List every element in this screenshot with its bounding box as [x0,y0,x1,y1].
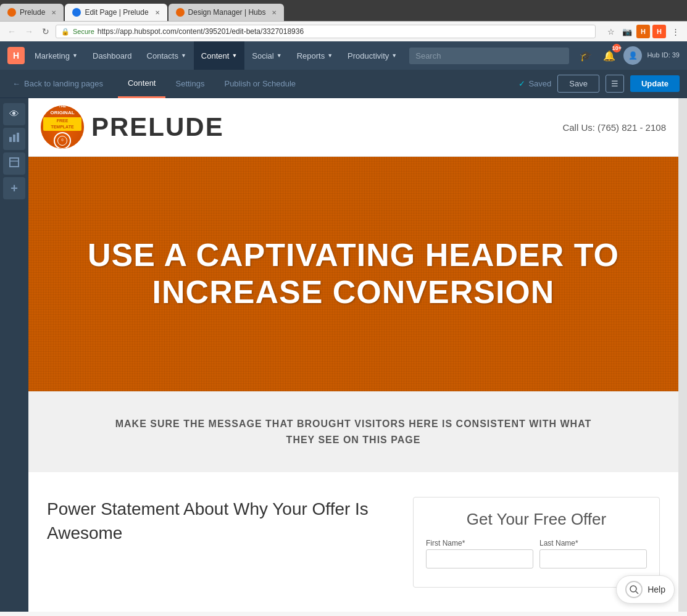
menu-button[interactable]: ⋮ [668,25,682,38]
svg-rect-1 [13,135,15,142]
hubspot-nav: H Marketing ▼ Dashboard Contacts ▼ Conte… [0,41,687,70]
update-button[interactable]: Update [630,75,680,92]
tab-prelude[interactable]: Prelude ✕ [0,4,64,21]
secure-label: Secure [73,28,94,35]
user-avatar-initials: 👤 [628,51,638,60]
update-label: Update [641,79,668,88]
nav-content-label: Content [201,51,230,60]
phone-number: Call Us: (765) 821 - 2108 [562,122,666,133]
tab-label-edit: Edit Page | Prelude [85,8,148,17]
page-content: THE ORIGINAL FREE TEMPLATE © PRELUDE Cal… [28,98,678,612]
tab-edit-page[interactable]: Edit Page | Prelude ✕ [65,4,167,21]
notifications-badge[interactable]: 🔔 10+ [600,46,618,65]
tab-close-edit[interactable]: ✕ [155,9,160,16]
tab-publish[interactable]: Publish or Schedule [214,70,306,98]
last-name-field: Last Name* [539,539,647,568]
hero-heading: USE A CAPTIVATING HEADER TO INCREASE CON… [88,237,619,311]
lock-icon: 🔒 [61,28,70,36]
brand-name: PRELUDE [91,112,224,142]
logo-area: THE ORIGINAL FREE TEMPLATE © PRELUDE [41,106,224,149]
save-label: Save [569,79,588,88]
forward-button[interactable]: → [22,25,36,38]
notification-count: 10+ [612,44,621,52]
tab-design-manager[interactable]: Design Manager | Hubs ✕ [169,4,285,21]
tab-close-design[interactable]: ✕ [272,9,277,16]
svg-rect-0 [9,137,12,142]
svg-rect-2 [17,133,19,142]
form-panel: Get Your Free Offer First Name* Last Nam… [413,497,660,588]
nav-dashboard-label: Dashboard [93,51,132,60]
svg-point-5 [630,586,636,592]
toolbar-right: ✓ Saved Save ☰ Update [518,75,680,93]
last-name-input[interactable] [539,549,647,568]
reload-button[interactable]: ↻ [40,25,52,38]
message-section: MAKE SURE THE MESSAGE THAT BROUGHT VISIT… [28,391,678,472]
form-row-name: First Name* Last Name* [426,539,647,568]
editor-layout: 👁 + THE ORIGINAL [0,98,687,612]
academy-button[interactable]: 🎓 [577,46,595,65]
social-dropdown-icon: ▼ [277,52,282,59]
nav-social[interactable]: Social ▼ [244,41,289,70]
reports-dropdown-icon: ▼ [327,52,333,59]
nav-marketing[interactable]: Marketing ▼ [27,41,85,70]
help-fab[interactable]: Help [616,575,675,604]
save-button[interactable]: Save [557,75,599,93]
logo-badge: THE ORIGINAL FREE TEMPLATE © [41,106,84,149]
tab-close-prelude[interactable]: ✕ [51,9,56,16]
nav-productivity[interactable]: Productivity ▼ [340,41,404,70]
nav-marketing-label: Marketing [35,51,70,60]
nav-contacts[interactable]: Contacts ▼ [139,41,194,70]
hero-section: USE A CAPTIVATING HEADER TO INCREASE CON… [28,157,678,391]
screenshot-button[interactable]: 📷 [620,25,634,38]
power-statement: Power Statement About Why Your Offer Is … [47,497,388,545]
svg-rect-3 [10,158,19,167]
hubspot-logo[interactable]: H [7,47,25,64]
menu-lines-icon: ☰ [611,79,618,88]
tab-bar: Prelude ✕ Edit Page | Prelude ✕ Design M… [0,0,687,21]
nav-reports[interactable]: Reports ▼ [289,41,340,70]
saved-label: Saved [528,79,551,88]
back-to-pages-link[interactable]: ← Back to landing pages [7,77,108,91]
scrollbar[interactable] [678,98,687,612]
eye-icon: 👁 [9,109,19,120]
browser-actions: ☆ 📷 H H ⋮ [604,25,682,38]
ext-button[interactable]: H [652,25,666,38]
nav-dashboard[interactable]: Dashboard [85,41,139,70]
star-button[interactable]: ☆ [604,25,618,38]
tab-content[interactable]: Content [118,70,166,98]
search-container [409,48,569,64]
tab-label-prelude: Prelude [20,8,45,17]
contacts-dropdown-icon: ▼ [181,52,186,59]
back-label: Back to landing pages [24,79,103,88]
help-label: Help [647,585,665,594]
first-name-input[interactable] [426,549,533,568]
nav-social-label: Social [252,51,273,60]
search-input[interactable] [409,48,569,64]
first-name-label: First Name* [426,539,533,547]
back-button[interactable]: ← [5,25,19,38]
content-dropdown-icon: ▼ [231,52,237,59]
nav-productivity-label: Productivity [348,51,389,60]
editor-toolbar: ← Back to landing pages Content Settings… [0,70,687,98]
nav-content[interactable]: Content ▼ [194,41,244,70]
tab-settings[interactable]: Settings [165,70,214,98]
chart-sidebar-button[interactable] [3,128,25,150]
nav-contacts-label: Contacts [147,51,178,60]
options-menu-button[interactable]: ☰ [606,75,624,93]
help-search-icon [625,581,643,598]
add-icon: + [10,181,18,196]
add-sidebar-button[interactable]: + [3,177,25,199]
username-display: Hub ID: 39 [647,51,680,59]
last-name-label: Last Name* [539,539,647,547]
chart-icon [9,132,20,146]
content-section: Power Statement About Why Your Offer Is … [28,472,678,612]
tab-favicon-design [176,8,185,17]
hubspot-btn[interactable]: H [636,25,650,38]
address-bar[interactable]: 🔒 Secure https://app.hubspot.com/content… [56,25,596,38]
box-sidebar-button[interactable] [3,152,25,175]
productivity-dropdown-icon: ▼ [391,52,397,59]
editor-tabs: Content Settings Publish or Schedule [118,70,518,98]
hub-id-text: Hub ID: 39 [647,51,680,59]
eye-sidebar-button[interactable]: 👁 [3,103,25,125]
user-avatar[interactable]: 👤 [623,46,642,65]
